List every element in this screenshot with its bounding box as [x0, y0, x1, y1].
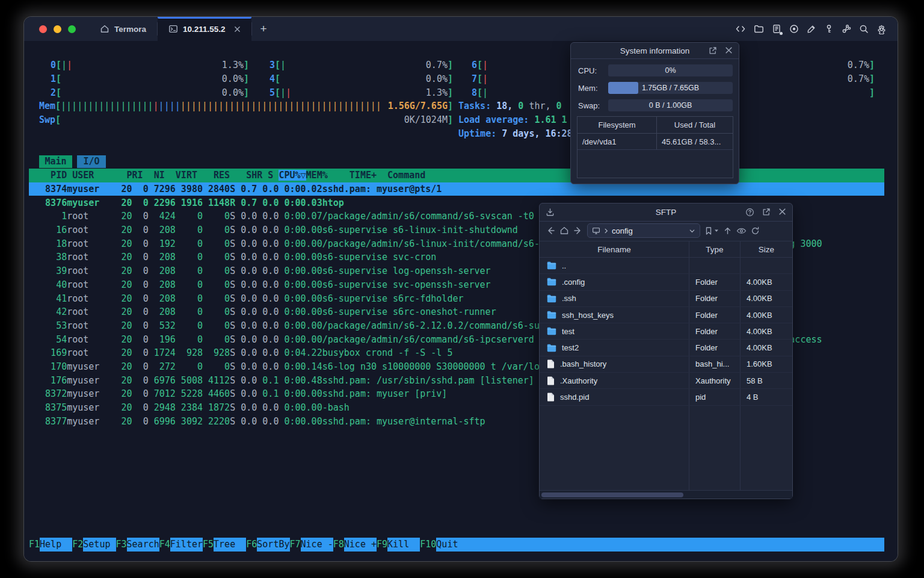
scrollbar-thumb[interactable] [541, 493, 683, 497]
folder-icon[interactable] [754, 24, 764, 34]
file-row-ssh_host_keys[interactable]: ssh_host_keysFolder4.00KB [540, 307, 792, 323]
close-icon[interactable] [778, 208, 786, 217]
fkey-f5: F5 [203, 538, 214, 552]
cpu-meter-0: 0[||1.3%] [51, 58, 249, 72]
sftp-titlebar: SFTP [540, 204, 792, 222]
filesystem-table: Filesystem Used / Total /dev/vda1 45.61G… [577, 116, 733, 178]
open-external-icon[interactable] [762, 208, 771, 217]
zoom-window-button[interactable] [68, 25, 76, 33]
minimize-window-button[interactable] [54, 25, 61, 33]
process-row-8374[interactable]: 8374 myuser 20 0 7296 3980 2840 S 0.7 0.… [29, 182, 884, 196]
file-row-test[interactable]: testFolder4.00KB [540, 323, 792, 340]
file-name: .bash_history [560, 359, 606, 368]
fkey-f6: F6 [246, 538, 257, 552]
process-table-header[interactable]: PID USER PRI NI VIRT RES SHR S CPU%▽MEM%… [29, 169, 884, 182]
mem-meter: [|||||||||||||||||||||||||||||||||||||||… [55, 99, 453, 113]
sftp-panel: SFTP [539, 203, 793, 499]
mem-label: Mem: [578, 84, 608, 93]
file-name: ssh_host_keys [562, 311, 614, 320]
forward-icon[interactable] [573, 226, 583, 235]
file-row-.bash_history[interactable]: .bash_historybash_hi...1.60KB [540, 356, 792, 373]
file-type: Folder [689, 307, 741, 323]
app-window: Termora 10.211.55.2 + [24, 17, 898, 561]
file-name: .Xauthority [560, 376, 597, 385]
terminal-icon [168, 24, 178, 34]
keychain-icon[interactable] [842, 24, 851, 34]
fkey-f1: F1 [29, 538, 40, 552]
log-icon[interactable] [772, 24, 781, 34]
search-icon[interactable] [859, 24, 869, 34]
fkey-button-setup[interactable]: Setup [83, 538, 116, 552]
file-size: 4.00KB [741, 340, 792, 355]
file-size: 1.60KB [741, 356, 792, 372]
fkey-f8: F8 [333, 538, 344, 552]
titlebar-actions [735, 17, 898, 41]
fkey-button-sortby[interactable]: SortBy [257, 538, 289, 552]
code-icon[interactable] [735, 24, 746, 34]
close-tab-icon[interactable] [234, 26, 241, 33]
key-icon[interactable] [824, 24, 834, 34]
tab-termora[interactable]: Termora [89, 17, 157, 41]
chevron-down-icon[interactable] [689, 228, 695, 234]
new-tab-button[interactable]: + [252, 17, 276, 41]
bookmark-button[interactable] [704, 226, 719, 235]
fkey-button-kill[interactable]: Kill [387, 538, 420, 552]
type-column-header[interactable]: Type [689, 241, 741, 257]
current-path: config [612, 226, 633, 235]
htop-tab-io[interactable]: I/O [77, 155, 106, 168]
filesystem-row: /dev/vda1 45.61GB / 58.3... [578, 134, 733, 150]
swp-meter: [0K/1024M] [55, 113, 453, 127]
file-row-.ssh[interactable]: .sshFolder4.00KB [540, 291, 792, 307]
file-size: 4.00KB [741, 291, 792, 306]
fkey-button-nice-[interactable]: Nice - [301, 538, 333, 552]
show-hidden-icon[interactable] [736, 226, 747, 235]
mem-meter-label: Mem [39, 99, 55, 113]
settings-icon[interactable] [876, 24, 887, 34]
fkey-button-quit[interactable]: Quit [436, 538, 469, 552]
file-icon [547, 376, 555, 385]
size-column-header[interactable]: Size [741, 241, 792, 257]
file-type: bash_hi... [689, 356, 741, 372]
folder-icon [547, 327, 556, 335]
fkey-button-search[interactable]: Search [127, 538, 159, 552]
home-icon[interactable] [559, 226, 569, 235]
open-external-icon[interactable] [709, 46, 717, 55]
file-type: Folder [689, 274, 741, 290]
swap-usage-bar: 0 B / 1.00GB [608, 99, 733, 111]
path-breadcrumb[interactable]: config [587, 223, 700, 238]
tab-ssh-session[interactable]: 10.211.55.2 [158, 17, 251, 41]
file-name: sshd.pid [560, 393, 589, 402]
file-row-..[interactable]: .. [540, 258, 792, 274]
caret-down-icon [714, 228, 719, 233]
record-icon[interactable] [789, 24, 799, 34]
home-icon [100, 24, 109, 34]
fkey-button-tree[interactable]: Tree [214, 538, 246, 552]
filesystem-usage: 45.61GB / 58.3... [657, 134, 733, 149]
file-size: 4.00KB [741, 323, 792, 339]
fkey-button-nice-[interactable]: Nice + [344, 538, 377, 552]
file-row-sshd.pid[interactable]: sshd.pidpid4 B [540, 389, 792, 405]
file-name: .. [562, 261, 566, 270]
help-icon[interactable] [745, 208, 754, 217]
fkey-button-filter[interactable]: Filter [170, 538, 203, 552]
filename-column-header[interactable]: Filename [540, 241, 689, 257]
close-icon[interactable] [725, 46, 733, 55]
fkey-button-help[interactable]: Help [40, 538, 72, 552]
file-row-test2[interactable]: test2Folder4.00KB [540, 340, 792, 356]
refresh-icon[interactable] [751, 226, 760, 235]
filesystem-column-header: Filesystem [578, 117, 657, 133]
htop-tab-main[interactable]: Main [39, 155, 72, 168]
back-icon[interactable] [546, 226, 555, 235]
up-directory-icon[interactable] [723, 226, 732, 235]
titlebar-spacer [276, 17, 735, 41]
file-type: Folder [689, 323, 741, 339]
file-row-.Xauthority[interactable]: .XauthorityXauthority58 B [540, 373, 792, 389]
edit-icon[interactable] [807, 24, 816, 34]
mem-usage-row: Mem: 1.75GB / 7.65GB [578, 82, 733, 94]
system-information-panel: System information CPU: 0% Mem: 1.75GB /… [570, 42, 739, 184]
cpu-usage-bar: 0% [608, 64, 733, 76]
swp-meter-label: Swp [39, 113, 55, 127]
close-window-button[interactable] [39, 25, 47, 33]
file-row-.config[interactable]: .configFolder4.00KB [540, 274, 792, 290]
tab-label: Termora [114, 25, 146, 34]
